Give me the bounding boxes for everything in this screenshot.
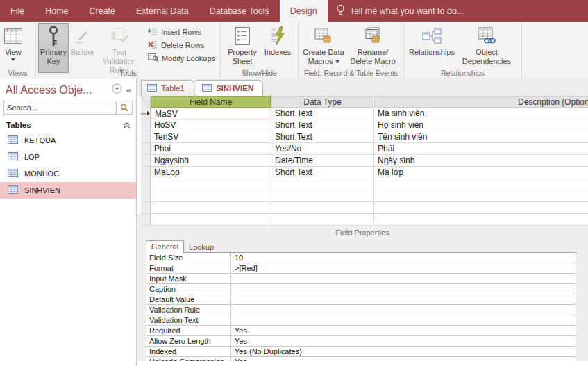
ribbon-group-show-hide: Property Sheet Indexes Show/Hide: [221, 22, 299, 78]
row-selector[interactable]: [141, 178, 151, 190]
delete-rows-button[interactable]: Delete Rows: [148, 40, 215, 50]
description-cell[interactable]: Ngày sinh: [374, 155, 588, 167]
row-selector[interactable]: [141, 214, 151, 226]
rename-delete-macro-button[interactable]: Rename/ Delete Macro: [346, 23, 399, 73]
create-data-macros-caret: [335, 60, 339, 63]
tab-design[interactable]: Design: [280, 0, 328, 22]
doc-tab-sinhvien[interactable]: SINHVIEN: [196, 80, 263, 96]
property-value[interactable]: [231, 315, 576, 325]
ribbon-tab-bar: File Home Create External Data Database …: [0, 0, 588, 22]
modify-lookups-label: Modify Lookups: [162, 54, 215, 63]
row-selector[interactable]: [141, 119, 151, 131]
nav-search-box[interactable]: Search...: [3, 101, 133, 115]
tab-create[interactable]: Create: [79, 0, 126, 22]
description-cell[interactable]: Phái: [374, 143, 588, 155]
row-selector[interactable]: [141, 167, 151, 178]
create-data-macros-button[interactable]: Create Data Macros: [301, 23, 346, 73]
description-cell[interactable]: Mã lớp: [374, 167, 588, 178]
insert-rows-button[interactable]: Insert Rows: [148, 26, 215, 37]
field-name-cell[interactable]: MaLop: [151, 167, 271, 178]
row-selector-primary-key[interactable]: [141, 108, 151, 119]
property-value[interactable]: [231, 305, 576, 315]
field-name-cell[interactable]: [151, 178, 271, 190]
data-type-cell[interactable]: Short Text: [271, 167, 374, 178]
property-value[interactable]: Yes (No Duplicates): [231, 347, 576, 356]
search-icon[interactable]: [116, 101, 132, 114]
field-name-cell[interactable]: HoSV: [151, 119, 271, 131]
column-header-description[interactable]: Description (Optional): [374, 96, 588, 108]
property-value[interactable]: Yes: [231, 336, 576, 346]
tab-file-label: File: [10, 6, 24, 16]
field-name-cell[interactable]: Phai: [151, 143, 271, 155]
property-value[interactable]: Yes: [231, 326, 576, 335]
view-button[interactable]: View: [2, 23, 24, 73]
nav-item-monhoc[interactable]: MONHOC: [0, 165, 136, 182]
doc-tab-table1[interactable]: Table1: [141, 80, 194, 96]
tab-file[interactable]: File: [0, 0, 35, 22]
nav-item-lop[interactable]: LOP: [0, 149, 136, 165]
builder-wand-icon: [74, 24, 91, 48]
tab-lookup[interactable]: Lookup: [184, 242, 219, 252]
row-selector[interactable]: [141, 202, 151, 214]
description-cell[interactable]: [374, 202, 588, 214]
tab-database-tools[interactable]: Database Tools: [199, 0, 280, 22]
test-validation-rules-button[interactable]: Test Validation Rules: [96, 23, 142, 73]
description-cell[interactable]: Họ sinh viên: [374, 119, 588, 131]
column-header-data-type[interactable]: Data Type: [271, 96, 373, 108]
data-type-cell[interactable]: Short Text: [271, 119, 374, 131]
field-properties-tabs: General Lookup: [146, 240, 219, 252]
property-sheet-button[interactable]: Property Sheet: [223, 23, 262, 73]
property-value[interactable]: >[Red]: [231, 263, 576, 273]
shutter-bar-close-icon[interactable]: «: [126, 85, 131, 95]
group-label-views: Views: [0, 69, 35, 77]
data-type-cell[interactable]: [271, 190, 374, 202]
row-selector[interactable]: [141, 190, 151, 202]
row-selector[interactable]: [141, 143, 151, 155]
data-type-cell[interactable]: [271, 202, 374, 214]
data-type-cell[interactable]: [271, 214, 374, 226]
primary-key-button[interactable]: Primary Key: [38, 23, 69, 73]
table-icon: [8, 169, 18, 178]
property-value[interactable]: 10: [231, 253, 576, 263]
nav-item-sinhvien[interactable]: SINHVIEN: [0, 182, 136, 199]
property-label: Validation Text: [146, 315, 231, 325]
description-cell[interactable]: [374, 214, 588, 226]
indexes-button[interactable]: Indexes: [262, 23, 294, 73]
field-name-cell[interactable]: [151, 202, 271, 214]
description-cell[interactable]: [374, 190, 588, 202]
description-cell[interactable]: [374, 178, 588, 190]
field-name-cell[interactable]: MaSV: [151, 108, 271, 119]
tell-me-box[interactable]: Tell me what you want to do...: [336, 0, 464, 22]
field-name-cell[interactable]: [151, 214, 271, 226]
nav-pane-menu-button[interactable]: [112, 83, 122, 97]
data-type-cell[interactable]: Date/Time: [271, 155, 374, 167]
object-dependencies-button[interactable]: Object Dependencies: [457, 23, 516, 73]
property-value[interactable]: [231, 284, 576, 294]
property-label: Validation Rule: [146, 305, 231, 315]
field-name-cell[interactable]: Ngaysinh: [151, 155, 271, 167]
modify-lookups-button[interactable]: Modify Lookups: [148, 53, 215, 63]
row-selector[interactable]: [141, 155, 151, 167]
data-type-cell[interactable]: Yes/No: [271, 143, 374, 155]
property-value[interactable]: [231, 274, 576, 283]
builder-button[interactable]: Builder: [69, 23, 96, 73]
description-cell[interactable]: Tên sinh viên: [374, 131, 588, 143]
ribbon-group-tools: Primary Key Builder Test Validation Rule…: [36, 22, 221, 78]
data-type-cell[interactable]: Short Text: [271, 131, 374, 143]
property-value[interactable]: [231, 294, 576, 304]
bottom-edge: [137, 361, 588, 366]
tab-general[interactable]: General: [146, 240, 184, 253]
row-selector[interactable]: [141, 131, 151, 143]
tab-home[interactable]: Home: [35, 0, 78, 22]
data-type-cell[interactable]: [271, 178, 374, 190]
tab-external-data[interactable]: External Data: [126, 0, 199, 22]
field-name-cell[interactable]: TenSV: [151, 131, 271, 143]
column-header-field-name[interactable]: Field Name: [151, 96, 271, 108]
nav-section-tables[interactable]: Tables: [0, 117, 136, 132]
group-label-tools: Tools: [36, 69, 220, 77]
description-cell[interactable]: Mã sinh viên: [374, 108, 588, 119]
nav-item-ketqua[interactable]: KETQUA: [0, 132, 136, 149]
relationships-button[interactable]: Relationships: [406, 23, 457, 73]
data-type-cell[interactable]: Short Text: [271, 108, 374, 119]
field-name-cell[interactable]: [151, 190, 271, 202]
